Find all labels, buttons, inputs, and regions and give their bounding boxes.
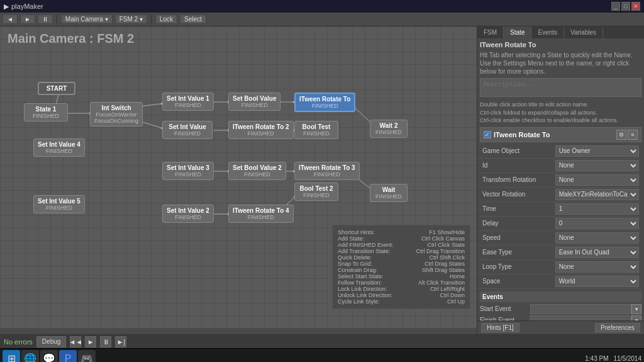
step-button[interactable]: ►| bbox=[115, 336, 126, 348]
node-start[interactable]: START bbox=[38, 82, 75, 95]
event-finish-btn[interactable]: ▾ bbox=[631, 315, 641, 320]
toolbar-select[interactable]: Select bbox=[180, 14, 206, 24]
node-bool-test2[interactable]: Bool Test 2 FINISHED bbox=[294, 183, 338, 201]
node-set-int2b[interactable]: Set Int Value FINISHED bbox=[162, 121, 213, 139]
taskbar-start[interactable]: ⊞ bbox=[3, 350, 20, 363]
tab-events[interactable]: Events bbox=[531, 26, 564, 38]
minimize-button[interactable]: _ bbox=[611, 2, 620, 11]
node-itween3[interactable]: ITween Rotate To 3 FINISHED bbox=[294, 162, 360, 180]
node-bool-test2-title: Bool Test 2 bbox=[299, 185, 334, 192]
prop-loop-select[interactable]: None bbox=[555, 261, 639, 273]
toolbar-separator bbox=[57, 14, 57, 25]
prop-row: Game Object Use Owner bbox=[480, 144, 641, 159]
node-set-bool2-sub: FINISHED bbox=[233, 171, 282, 178]
pause-button[interactable]: ⏸ bbox=[100, 336, 111, 348]
node-itween2[interactable]: ITween Rotate To 2 FINISHED bbox=[228, 121, 294, 139]
toolbar-lock[interactable]: Lock bbox=[155, 14, 177, 24]
toolbar-back[interactable]: ◄ bbox=[3, 14, 18, 24]
toolbar-separator2 bbox=[151, 14, 152, 25]
section-header[interactable]: ✓ ITween Rotate To ⚙ ≡ bbox=[480, 127, 641, 142]
play-button[interactable]: ◄◄ bbox=[70, 336, 81, 348]
prop-row: Space World bbox=[480, 274, 641, 288]
node-state1-title: State 1 bbox=[28, 106, 64, 113]
tab-variables[interactable]: Variables bbox=[564, 26, 603, 38]
prop-time-label: Time bbox=[480, 201, 553, 216]
node-bool-test[interactable]: Bool Test FINISHED bbox=[294, 121, 338, 139]
taskbar-chat[interactable]: 💬 bbox=[40, 350, 58, 363]
toolbar-play[interactable]: ► bbox=[20, 14, 35, 24]
node-set-bool[interactable]: Set Bool Value FINISHED bbox=[228, 93, 280, 111]
node-set-int3[interactable]: Set Int Value 3 FINISHED bbox=[162, 162, 214, 180]
node-wait[interactable]: Wait FINISHED bbox=[370, 184, 408, 202]
prop-row: Id None bbox=[480, 158, 641, 173]
node-int-switch[interactable]: Int Switch FocusOnWarrior FocusOnCunning bbox=[90, 102, 143, 127]
prop-vector-label: Vector Rotation bbox=[480, 187, 553, 201]
window-controls[interactable]: _ □ ✕ bbox=[611, 2, 640, 11]
prop-time-select[interactable]: 1 bbox=[555, 203, 639, 215]
node-itween4[interactable]: ITween Rotate To 4 FINISHED bbox=[228, 205, 294, 223]
maximize-button[interactable]: □ bbox=[621, 2, 630, 11]
prop-speed-select[interactable]: None bbox=[555, 232, 639, 244]
node-set-int2[interactable]: Set Int Value 2 FINISHED bbox=[162, 205, 214, 223]
canvas-scrollbar[interactable] bbox=[0, 328, 477, 334]
node-set-int4[interactable]: Set Int Value 4 FINISHED bbox=[33, 139, 85, 157]
node-set-int1-sub: FINISHED bbox=[167, 102, 209, 108]
panel-description: Hit Tab after selecting a State to quick… bbox=[480, 51, 641, 76]
node-set-bool2[interactable]: Set Bool Value 2 FINISHED bbox=[228, 162, 286, 180]
prop-ease-select[interactable]: Ease In Out Quad bbox=[555, 247, 639, 258]
hint-value: Ctrl Drag Transition bbox=[416, 248, 465, 254]
toolbar-pause[interactable]: ⏸ bbox=[38, 14, 53, 24]
titlebar: ▶ playMaker _ □ ✕ bbox=[0, 0, 644, 13]
prop-id-select[interactable]: None bbox=[555, 160, 639, 171]
prop-vector-select[interactable]: MaleXYZinRelationToCamera bbox=[555, 189, 639, 200]
node-set-int1[interactable]: Set Int Value 1 FINISHED bbox=[162, 93, 214, 111]
prop-transform-select[interactable]: None bbox=[555, 174, 639, 186]
hint-label: Shortcut Hints: bbox=[338, 229, 375, 235]
event-finish-input[interactable] bbox=[530, 315, 631, 320]
play-start-button[interactable]: ► bbox=[85, 336, 96, 348]
fsm-canvas[interactable]: Main Camera : FSM 2 bbox=[0, 26, 477, 334]
toolbar-main-camera[interactable]: Main Camera ▾ bbox=[61, 14, 113, 24]
description-input[interactable] bbox=[480, 78, 641, 97]
hint-label: Snap To Grid: bbox=[338, 261, 372, 267]
section-expand-icon[interactable]: ≡ bbox=[628, 130, 638, 140]
prop-delay-select[interactable]: 0 bbox=[555, 218, 639, 229]
event-start-input[interactable] bbox=[530, 304, 631, 314]
hint-value: Home bbox=[450, 273, 465, 280]
taskbar-ps[interactable]: P bbox=[59, 350, 77, 363]
toolbar-fsm2[interactable]: FSM 2 ▾ bbox=[115, 14, 147, 24]
prop-space-label: Space bbox=[480, 274, 553, 288]
panel-content: ITween Rotate To Hit Tab after selecting… bbox=[477, 38, 644, 320]
section-checkbox[interactable]: ✓ bbox=[484, 131, 491, 139]
close-button[interactable]: ✕ bbox=[631, 2, 640, 11]
node-set-int2b-sub: FINISHED bbox=[167, 130, 208, 137]
hint-row: Add Transition State: Ctrl Drag Transiti… bbox=[338, 248, 465, 254]
prop-row: Time 1 bbox=[480, 201, 641, 216]
node-start-label: START bbox=[43, 85, 70, 92]
node-itween-rotate[interactable]: ITween Rotate To FINISHED bbox=[294, 93, 355, 112]
tab-state[interactable]: State bbox=[504, 26, 531, 38]
node-set-bool-title: Set Bool Value bbox=[233, 95, 276, 102]
taskbar-chrome[interactable]: 🌐 bbox=[21, 350, 39, 363]
node-itween2-sub: FINISHED bbox=[233, 130, 289, 137]
hint-row: Follow Transition: Alt Click Transition bbox=[338, 280, 465, 286]
hints-button[interactable]: Hints [F1] bbox=[481, 323, 519, 332]
tab-fsm[interactable]: FSM bbox=[477, 26, 504, 38]
prop-game-object-value: Use Owner bbox=[553, 144, 641, 159]
event-start-btn[interactable]: ▾ bbox=[631, 304, 641, 314]
preferences-button[interactable]: Preferences bbox=[595, 323, 640, 332]
prop-row: Transform Rotation None bbox=[480, 173, 641, 187]
debug-button[interactable]: Debug bbox=[36, 336, 66, 348]
hint-row: Lock Link Direction: Ctrl Left/Right bbox=[338, 286, 465, 292]
prop-space-select[interactable]: World bbox=[555, 276, 639, 287]
node-set-int4-title: Set Int Value 4 bbox=[38, 141, 80, 148]
node-set-int5[interactable]: Set Int Value 5 FINISHED bbox=[33, 195, 85, 213]
prop-vector-value: MaleXYZinRelationToCamera bbox=[553, 187, 641, 201]
node-wait2[interactable]: Wait 2 FINISHED bbox=[370, 120, 408, 138]
panel-info: Double click action title to edit action… bbox=[480, 101, 641, 125]
prop-game-object-select[interactable]: Use Owner bbox=[555, 145, 639, 157]
prop-delay-value: 0 bbox=[553, 216, 641, 230]
section-settings-icon[interactable]: ⚙ bbox=[616, 130, 626, 140]
taskbar-unity[interactable]: 🎮 bbox=[78, 350, 96, 363]
node-state1[interactable]: State 1 FINISHED bbox=[24, 103, 68, 122]
